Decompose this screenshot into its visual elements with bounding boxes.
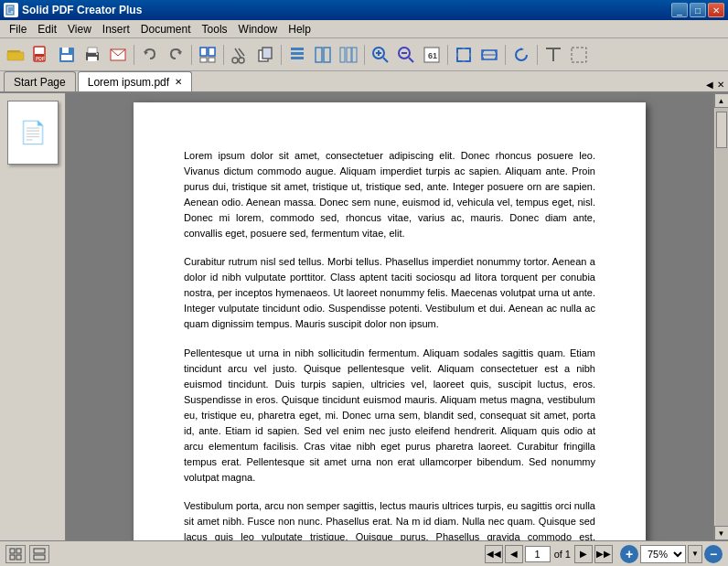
menu-edit[interactable]: Edit (32, 21, 62, 37)
svg-rect-28 (291, 52, 304, 55)
single-col-button[interactable] (285, 43, 309, 67)
minimize-button[interactable]: _ (671, 3, 688, 17)
main-area: 📄 Lorem ipsum dolor sit amet, consectetu… (0, 93, 728, 540)
pdf-paragraph-3: Pellentesque ut urna in nibh sollicitudi… (184, 346, 595, 486)
pdf-paragraph-1: Lorem ipsum dolor sit amet, consectetuer… (184, 148, 595, 241)
rotate-left-button[interactable] (509, 43, 533, 67)
tab-close-button[interactable]: ✕ (175, 77, 182, 87)
svg-rect-33 (347, 48, 351, 62)
zoom-in-button[interactable]: + (620, 545, 638, 563)
svg-rect-31 (324, 48, 330, 62)
last-page-button[interactable]: ▶▶ (594, 545, 613, 563)
svg-rect-54 (34, 549, 45, 553)
toolbar-sep-7 (505, 45, 506, 65)
view-single-button[interactable] (5, 545, 26, 563)
toolbar-sep-3 (223, 45, 224, 65)
svg-rect-10 (62, 48, 69, 53)
page-view-button[interactable] (196, 43, 219, 67)
three-col-button[interactable] (337, 43, 360, 67)
toolbar-sep-8 (537, 45, 538, 65)
two-col-button[interactable] (311, 43, 335, 67)
svg-rect-19 (200, 58, 207, 62)
close-button[interactable]: ✕ (708, 3, 724, 17)
svg-rect-11 (61, 55, 72, 60)
tab-close-all[interactable]: ✕ (717, 80, 724, 90)
scroll-track[interactable] (715, 108, 728, 526)
toolbar: PDF (0, 38, 728, 71)
page-thumbnail-icon: 📄 (19, 120, 47, 145)
app-icon (4, 3, 18, 17)
pdf-page: Lorem ipsum dolor sit amet, consectetuer… (134, 102, 646, 540)
vertical-scrollbar[interactable]: ▲ ▼ (713, 93, 728, 540)
menu-help[interactable]: Help (283, 21, 316, 37)
first-page-button[interactable]: ◀◀ (485, 545, 503, 563)
page-number-input[interactable] (525, 546, 551, 562)
toolbar-sep-6 (447, 45, 448, 65)
text-tool-button[interactable] (541, 43, 565, 67)
svg-rect-27 (291, 48, 304, 50)
view-multi-button[interactable] (29, 545, 49, 563)
new-pdf-button[interactable]: PDF (29, 43, 53, 67)
cut-button[interactable] (228, 43, 252, 67)
svg-rect-17 (200, 48, 207, 56)
scroll-up-button[interactable]: ▲ (714, 93, 729, 108)
zoom-out-button[interactable]: − (704, 545, 723, 563)
menu-file[interactable]: File (4, 21, 32, 37)
undo-button[interactable] (138, 43, 162, 67)
save-button[interactable] (55, 43, 79, 67)
menu-window[interactable]: Window (233, 21, 284, 37)
svg-rect-20 (209, 58, 215, 62)
svg-rect-32 (340, 48, 345, 62)
zoom-in-toolbar-button[interactable] (369, 43, 392, 67)
tab-bar: Start Page Lorem ipsum.pdf ✕ ◀ ✕ (0, 71, 728, 93)
toolbar-sep-5 (364, 45, 365, 65)
menu-bar: File Edit View Insert Document Tools Win… (0, 20, 728, 38)
zoom-out-toolbar-button[interactable] (394, 43, 418, 67)
page-navigation: ◀◀ ◀ of 1 ▶ ▶▶ (485, 545, 613, 563)
menu-insert[interactable]: Insert (97, 21, 135, 37)
svg-rect-15 (96, 53, 98, 55)
email-button[interactable] (106, 43, 130, 67)
svg-text:61: 61 (428, 51, 437, 60)
scroll-thumb[interactable] (716, 112, 727, 148)
select-tool-button[interactable] (567, 43, 591, 67)
svg-rect-49 (572, 48, 586, 62)
pdf-paragraph-2: Curabitur rutrum nisl sed tellus. Morbi … (184, 254, 595, 332)
title-bar: Solid PDF Creator Plus _ □ ✕ (0, 0, 728, 20)
svg-rect-26 (262, 48, 272, 59)
copy-button[interactable] (253, 43, 277, 67)
scroll-down-button[interactable]: ▼ (714, 526, 729, 540)
redo-button[interactable] (164, 43, 187, 67)
zoom-controls: + 75% 50% 100% 125% 150% ▼ − (620, 545, 723, 563)
svg-rect-53 (16, 555, 21, 560)
tab-scroll-left[interactable]: ◀ (706, 80, 713, 90)
tab-start-page[interactable]: Start Page (4, 71, 76, 91)
open-button[interactable] (4, 43, 27, 67)
zoom-dropdown-button[interactable]: ▼ (688, 545, 702, 563)
next-page-button[interactable]: ▶ (574, 545, 593, 563)
svg-rect-13 (88, 48, 97, 53)
menu-view[interactable]: View (62, 21, 97, 37)
svg-text:PDF: PDF (36, 56, 45, 61)
pdf-area[interactable]: Lorem ipsum dolor sit amet, consectetuer… (66, 93, 713, 540)
page-of-label: of 1 (552, 549, 573, 560)
tab-bar-right: ◀ ✕ (706, 80, 724, 90)
menu-document[interactable]: Document (135, 21, 197, 37)
prev-page-button[interactable]: ◀ (505, 545, 523, 563)
title-bar-controls: _ □ ✕ (671, 3, 724, 17)
fit-width-button[interactable] (477, 43, 501, 67)
maximize-button[interactable]: □ (690, 3, 706, 17)
page-number-button[interactable]: 61 (420, 43, 444, 67)
menu-tools[interactable]: Tools (197, 21, 233, 37)
svg-line-38 (383, 58, 388, 62)
status-bar: ◀◀ ◀ of 1 ▶ ▶▶ + 75% 50% 100% 125% 150% … (0, 540, 728, 566)
svg-rect-18 (209, 48, 215, 56)
fit-page-button[interactable] (452, 43, 476, 67)
tab-lorem-ipsum[interactable]: Lorem ipsum.pdf ✕ (78, 71, 192, 91)
svg-rect-29 (291, 57, 304, 59)
zoom-level-select[interactable]: 75% 50% 100% 125% 150% (640, 545, 686, 563)
print-button[interactable] (80, 43, 104, 67)
page-thumbnail-1[interactable]: 📄 (7, 101, 59, 165)
toolbar-sep-2 (191, 45, 192, 65)
thumbnail-panel: 📄 (0, 93, 66, 540)
